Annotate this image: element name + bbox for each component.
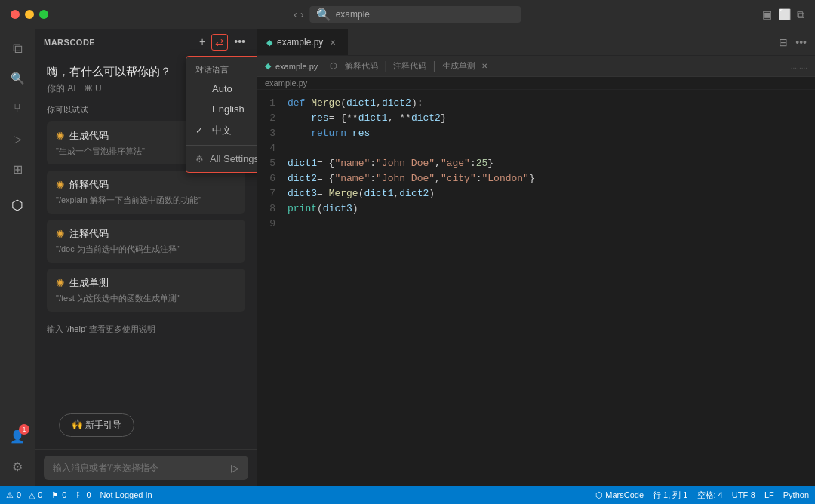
breadcrumb-bar: example.py [257, 77, 815, 90]
toolbar-annotate-code[interactable]: 注释代码 [389, 59, 431, 73]
status-language[interactable]: Python [783, 490, 809, 501]
tab-label: example.py [277, 37, 323, 48]
nav-back-icon[interactable]: ‹ [294, 8, 297, 20]
status-position[interactable]: 行 1, 列 1 [653, 490, 687, 501]
status-warnings[interactable]: ⚠ 0 △ 0 [6, 490, 42, 500]
newbie-section: 🙌 新手引导 [35, 404, 257, 449]
dropdown-item-english[interactable]: English [186, 99, 257, 119]
line-num-7: 7 [257, 186, 288, 201]
status-marscode[interactable]: ⬡ MarsCode [595, 490, 644, 501]
code-line-2: 2 res= {**dict1, **dict2} [257, 111, 815, 126]
activity-marscode[interactable]: ⬡ [4, 192, 31, 219]
close-button[interactable] [11, 10, 20, 19]
line-num-8: 8 [257, 201, 288, 217]
warning-count: 0 [17, 490, 21, 499]
status-info[interactable]: ⚑ 0 [51, 490, 66, 500]
error-count: 0 [38, 490, 42, 499]
minimize-button[interactable] [25, 10, 34, 19]
python-file-icon: ◆ [266, 38, 272, 48]
sidebar: MARSCODE + ⇄ ••• 对话语言 Auto English ✓ 中文 [35, 29, 257, 486]
activity-settings[interactable]: ⚙ [4, 453, 31, 480]
help-cmd: /help [67, 324, 85, 333]
dropdown-all-settings[interactable]: ⚙ All Settings [186, 149, 257, 169]
error-icon: △ [29, 490, 35, 500]
status-not-logged-in[interactable]: Not Logged In [100, 490, 152, 499]
newbie-guide-button[interactable]: 🙌 新手引导 [59, 413, 134, 437]
info-count: 0 [62, 490, 66, 499]
chat-card-explain-code[interactable]: ✺ 解释代码 "/explain 解释一下当前选中函数的功能" [47, 171, 245, 214]
search-bar-text: example [336, 9, 370, 20]
traffic-lights [11, 10, 48, 19]
line-content-3: return res [288, 126, 815, 141]
activity-bottom: 👤 ⚙ [4, 423, 31, 486]
extensions-icon: ⊞ [13, 162, 23, 177]
add-chat-button[interactable]: + [196, 34, 208, 51]
spark-icon-2: ✺ [56, 179, 65, 191]
file-icon-toolbar: ◆ [265, 61, 271, 71]
toolbar-sep-2: | [432, 60, 435, 73]
maximize-button[interactable] [39, 10, 48, 19]
tab-close-button[interactable]: ✕ [328, 38, 338, 48]
more-info-count: 0 [86, 490, 91, 499]
breadcrumb-filename: example.py [275, 62, 318, 71]
explain-code-label: 解释代码 [69, 178, 109, 192]
search-activity-icon: 🔍 [11, 72, 25, 85]
activity-search[interactable]: 🔍 [4, 65, 31, 92]
code-container[interactable]: 1 def Merge(dict1,dict2): 2 res= {**dict… [257, 90, 815, 486]
toolbar-tabs: 解释代码 | 注释代码 | 生成单测 ✕ [340, 59, 487, 73]
generate-code-label: 生成代码 [69, 129, 109, 143]
status-line-ending[interactable]: LF [764, 490, 774, 501]
your-ai-label: 你的 AI [47, 83, 76, 94]
activity-account[interactable]: 👤 [4, 423, 31, 450]
activity-files[interactable]: ⧉ [4, 35, 31, 62]
status-encoding[interactable]: UTF-8 [732, 490, 755, 501]
dropdown-item-auto[interactable]: Auto [186, 78, 257, 99]
send-button[interactable]: ▷ [231, 462, 239, 474]
chat-card-comment-title: ✺ 注释代码 [56, 227, 236, 241]
activity-extensions[interactable]: ⊞ [4, 155, 31, 183]
help-text: 输入 '/help' 查看更多使用说明 [47, 318, 245, 341]
activity-run[interactable]: ▷ [4, 125, 31, 152]
generate-test-desc: "/test 为这段选中的函数生成单测" [56, 293, 236, 304]
comment-code-label: 注释代码 [69, 227, 109, 241]
breadcrumb-file: example.py [265, 78, 307, 88]
code-line-9: 9 [257, 217, 815, 232]
comment-code-desc: "/doc 为当前选中的代码生成注释" [56, 244, 236, 255]
more-options-button[interactable]: ••• [231, 34, 248, 51]
toolbar-generate-test[interactable]: 生成单测 [438, 59, 480, 73]
dropdown-chinese-label: 中文 [212, 124, 232, 137]
activity-scm[interactable]: ⑂ [4, 95, 31, 122]
language-dropdown-menu: 对话语言 Auto English ✓ 中文 ⚙ All Settings [186, 56, 257, 173]
line-content-6: dict2= {"name":"John Doe","city":"London… [288, 171, 815, 186]
code-line-1: 1 def Merge(dict1,dict2): [257, 96, 815, 111]
chat-card-generate-test[interactable]: ✺ 生成单测 "/test 为这段选中的函数生成单测" [47, 269, 245, 312]
marscode-activity-icon: ⬡ [11, 197, 23, 214]
more-tabs-icon[interactable]: ••• [793, 35, 809, 50]
split-editor-icon[interactable]: ▣ [762, 8, 772, 20]
code-line-5: 5 dict1= {"name":"John Doe","age":25} [257, 156, 815, 171]
toggle-settings-button[interactable]: ⇄ [211, 34, 228, 51]
status-spaces[interactable]: 空格: 4 [697, 490, 723, 501]
info-icon: ⚑ [51, 490, 59, 500]
chat-input[interactable] [53, 463, 225, 473]
dropdown-item-chinese[interactable]: ✓ 中文 [186, 119, 257, 142]
settings-small-icon: ⚙ [195, 154, 204, 164]
nav-forward-icon[interactable]: › [300, 8, 304, 20]
search-bar[interactable]: 🔍 example [310, 6, 521, 23]
titlebar: ‹ › 🔍 example ▣ ⬜ ⧉ [0, 0, 815, 29]
status-more-info[interactable]: ⚐ 0 [75, 490, 91, 500]
layout-icon[interactable]: ⧉ [797, 8, 804, 21]
split-tab-icon[interactable]: ⊟ [777, 35, 790, 50]
maximize-panel-icon[interactable]: ⬜ [778, 8, 791, 20]
search-icon: 🔍 [316, 8, 331, 22]
explain-code-desc: "/explain 解释一下当前选中函数的功能" [56, 195, 236, 206]
line-content-2: res= {**dict1, **dict2} [288, 111, 815, 126]
toolbar-close-button[interactable]: ✕ [481, 62, 487, 70]
toolbar-explain-code[interactable]: 解释代码 [340, 59, 383, 73]
line-num-2: 2 [257, 111, 288, 126]
tab-example-py[interactable]: ◆ example.py ✕ [257, 29, 348, 55]
code-line-6: 6 dict2= {"name":"John Doe","city":"Lond… [257, 171, 815, 186]
status-bar: ⚠ 0 △ 0 ⚑ 0 ⚐ 0 Not Logged In ⬡ MarsCode… [0, 486, 815, 504]
chat-card-comment-code[interactable]: ✺ 注释代码 "/doc 为当前选中的代码生成注释" [47, 220, 245, 263]
toolbar-sep-1: | [384, 60, 387, 73]
